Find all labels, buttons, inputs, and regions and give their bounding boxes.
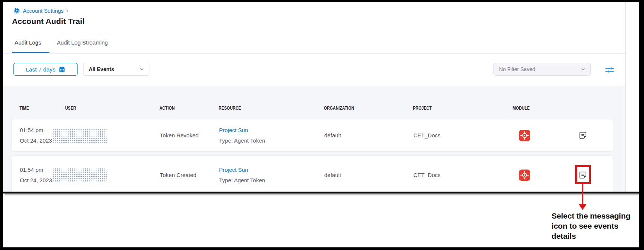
calendar-icon [59,66,65,73]
date-range-label: Last 7 days [26,66,55,73]
header-divider [3,34,625,34]
date-value: Oct 24, 2023 [20,177,52,183]
breadcrumb-link[interactable]: Account Settings [23,8,64,14]
project-value: CET_Docs [413,172,441,178]
column-header-organization: ORGANIZATION [324,106,354,111]
date-value: Oct 24, 2023 [20,137,52,144]
resource-link[interactable]: Project Sun [219,127,265,133]
resource-link[interactable]: Project Sun [219,167,265,173]
gear-icon [13,7,20,14]
column-header-resource: RESOURCE [219,106,241,111]
chevron-down-icon [140,68,144,71]
resource-cell: Project Sun Type: Agent Token [219,156,265,193]
annotation-line: Select the messaging [552,211,631,221]
breadcrumb[interactable]: Account Settings › [13,7,69,14]
tab-audit-log-streaming[interactable]: Audit Log Streaming [57,39,108,46]
time-cell: 01:54 pm Oct 24, 2023 [20,119,52,151]
annotation-line: details [552,231,631,241]
table-row-2: 01:54 pm Oct 24, 2023 Token Created Proj… [11,155,613,193]
user-redacted-cell [53,128,107,143]
organization-cell: default [324,119,341,151]
highlight-box [575,165,591,184]
annotation-text: Select the messaging icon to see events … [552,211,631,241]
column-header-user: USER [65,106,76,111]
time-cell: 01:54 pm Oct 24, 2023 [20,156,52,193]
time-value: 01:54 pm [20,127,52,133]
project-value: CET_Docs [413,132,441,138]
project-cell: CET_Docs [413,119,441,151]
saved-filter-value: No Filter Saved [499,66,535,72]
annotation-line: icon to see events [552,221,631,231]
action-cell: Token Created [160,156,197,193]
message-note-icon[interactable] [578,131,588,140]
table-row-1: 01:54 pm Oct 24, 2023 Token Revoked Proj… [11,119,613,152]
filter-sliders-icon[interactable] [604,64,615,75]
page-title: Account Audit Trail [12,17,85,26]
column-header-time: TIME [19,106,29,111]
action-cell: Token Revoked [160,119,198,151]
annotation-arrowhead [579,204,586,210]
organization-cell: default [324,156,341,193]
tabs-divider [3,53,625,54]
column-header-project: PROJECT [413,106,432,111]
app-screenshot: Account Settings › Account Audit Trail A… [3,2,639,193]
organization-value: default [324,172,341,178]
user-redacted-cell [53,168,107,182]
resource-type: Type: Agent Token [219,177,265,183]
scrollbar-gutter [625,2,626,192]
annotation-arrow [582,182,583,205]
tab-audit-logs[interactable]: Audit Logs [15,39,41,46]
saved-filter-dropdown[interactable]: No Filter Saved [493,63,591,76]
time-value: 01:54 pm [20,167,52,173]
cet-module-icon [519,130,530,141]
resource-type: Type: Agent Token [219,137,265,144]
column-header-action: ACTION [160,106,175,111]
chevron-down-icon [581,68,585,71]
project-cell: CET_Docs [413,156,441,193]
audit-table: TIME USER ACTION RESOURCE ORGANIZATION P… [3,86,625,193]
breadcrumb-separator: › [66,7,69,13]
action-value: Token Created [160,172,197,178]
event-type-value: All Events [89,66,114,72]
action-value: Token Revoked [160,132,198,138]
organization-value: default [324,132,341,138]
resource-cell: Project Sun Type: Agent Token [219,119,265,151]
cet-module-icon [519,170,530,181]
event-type-dropdown[interactable]: All Events [83,63,149,76]
column-header-module: MODULE [513,106,530,111]
date-range-button[interactable]: Last 7 days [13,63,78,76]
